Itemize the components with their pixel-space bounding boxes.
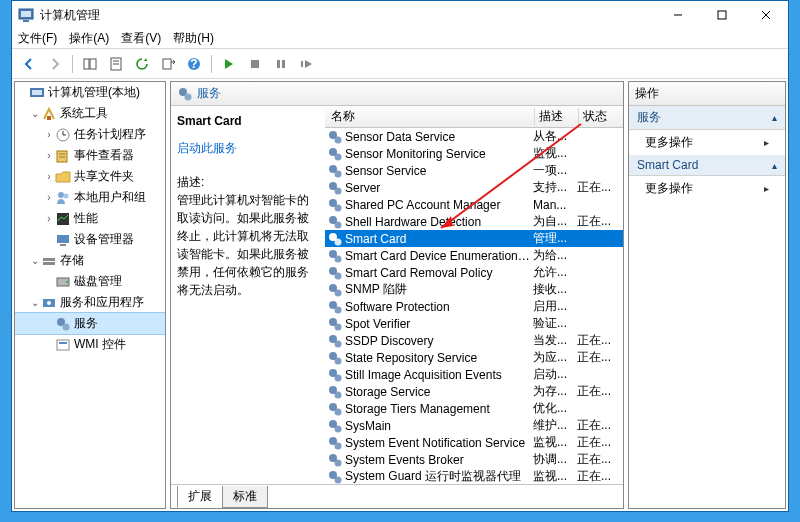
service-desc: 为存... [533, 383, 577, 400]
window-title: 计算机管理 [40, 7, 656, 24]
tree-disk-management[interactable]: 磁盘管理 [15, 271, 165, 292]
svg-rect-4 [718, 11, 726, 19]
middle-header: 服务 [171, 82, 623, 106]
service-desc: Man... [533, 198, 577, 212]
svg-point-56 [335, 221, 342, 228]
tree-pane[interactable]: 计算机管理(本地) ⌄系统工具 ›任务计划程序 ›事件查看器 ›共享文件夹 ›本… [14, 81, 166, 509]
action-more-2[interactable]: 更多操作 [629, 176, 785, 201]
menu-view[interactable]: 查看(V) [121, 30, 161, 47]
tree-local-users[interactable]: ›本地用户和组 [15, 187, 165, 208]
service-desc: 从各... [533, 128, 577, 145]
service-name: System Events Broker [345, 453, 533, 467]
service-desc: 优化... [533, 400, 577, 417]
service-name: Server [345, 181, 533, 195]
service-status: 正在... [577, 213, 613, 230]
menu-file[interactable]: 文件(F) [18, 30, 57, 47]
service-row[interactable]: SysMain维护...正在... [325, 417, 623, 434]
menu-action[interactable]: 操作(A) [69, 30, 109, 47]
service-row[interactable]: System Event Notification Service监视...正在… [325, 434, 623, 451]
svg-rect-18 [301, 61, 303, 67]
service-name: Sensor Data Service [345, 130, 533, 144]
service-desc: 为自... [533, 213, 577, 230]
service-name: Smart Card Device Enumeration Service [345, 249, 533, 263]
svg-point-64 [335, 289, 342, 296]
service-row[interactable]: System Guard 运行时监视器代理监视...正在... [325, 468, 623, 484]
svg-rect-1 [21, 11, 31, 17]
service-row[interactable]: Sensor Data Service从各... [325, 128, 623, 145]
svg-rect-7 [84, 59, 89, 69]
service-row[interactable]: Shared PC Account ManagerMan... [325, 196, 623, 213]
properties-button[interactable] [105, 53, 127, 75]
start-service-link[interactable]: 启动此服务 [177, 141, 237, 155]
action-header: 操作 [629, 82, 785, 106]
help-button[interactable]: ? [183, 53, 205, 75]
computer-management-window: 计算机管理 文件(F) 操作(A) 查看(V) 帮助(H) ? 计算机管理(本地… [11, 0, 789, 512]
service-name: Smart Card [345, 232, 533, 246]
service-row[interactable]: Software Protection启用... [325, 298, 623, 315]
tree-system-tools[interactable]: ⌄系统工具 [15, 103, 165, 124]
action-group-services[interactable]: 服务▴ [629, 106, 785, 130]
service-row[interactable]: Smart Card Device Enumeration Service为给.… [325, 247, 623, 264]
svg-point-36 [66, 281, 68, 283]
minimize-button[interactable] [656, 1, 700, 29]
col-header-name[interactable]: 名称 [325, 108, 535, 125]
svg-point-82 [335, 442, 342, 449]
service-row[interactable]: System Events Broker协调...正在... [325, 451, 623, 468]
tree-root[interactable]: 计算机管理(本地) [15, 82, 165, 103]
service-row[interactable]: Spot Verifier验证... [325, 315, 623, 332]
service-list: 名称 描述 状态 Sensor Data Service从各...Sensor … [325, 106, 623, 484]
service-row[interactable]: State Repository Service为应...正在... [325, 349, 623, 366]
svg-rect-8 [90, 59, 96, 69]
tab-extended[interactable]: 扩展 [177, 486, 223, 508]
tree-event-viewer[interactable]: ›事件查看器 [15, 145, 165, 166]
service-row[interactable]: SNMP 陷阱接收... [325, 281, 623, 298]
tree-services[interactable]: 服务 [15, 313, 165, 334]
stop-service-button[interactable] [244, 53, 266, 75]
svg-point-78 [335, 408, 342, 415]
pause-service-button[interactable] [270, 53, 292, 75]
svg-point-70 [335, 340, 342, 347]
action-group-smartcard[interactable]: Smart Card▴ [629, 155, 785, 176]
action-more-1[interactable]: 更多操作 [629, 130, 785, 155]
tree-performance[interactable]: ›性能 [15, 208, 165, 229]
service-detail: Smart Card 启动此服务 描述: 管理此计算机对智能卡的取读访问。如果此… [171, 106, 325, 484]
app-icon [18, 7, 34, 23]
svg-rect-16 [277, 60, 280, 68]
restart-service-button[interactable] [296, 53, 318, 75]
col-header-desc[interactable]: 描述 [535, 108, 579, 125]
tree-wmi[interactable]: WMI 控件 [15, 334, 165, 355]
service-row[interactable]: Sensor Monitoring Service监视... [325, 145, 623, 162]
forward-button[interactable] [44, 53, 66, 75]
desc-text: 管理此计算机对智能卡的取读访问。如果此服务被终止，此计算机将无法取读智能卡。如果… [177, 191, 319, 299]
service-row[interactable]: Smart Card管理... [325, 230, 623, 247]
refresh-button[interactable] [131, 53, 153, 75]
service-row[interactable]: Smart Card Removal Policy允许... [325, 264, 623, 281]
tree-services-apps[interactable]: ⌄服务和应用程序 [15, 292, 165, 313]
menu-help[interactable]: 帮助(H) [173, 30, 214, 47]
svg-point-76 [335, 391, 342, 398]
service-row[interactable]: Sensor Service一项... [325, 162, 623, 179]
svg-point-68 [335, 323, 342, 330]
tree-device-manager[interactable]: 设备管理器 [15, 229, 165, 250]
service-row[interactable]: Shell Hardware Detection为自...正在... [325, 213, 623, 230]
service-row[interactable]: Still Image Acquisition Events启动... [325, 366, 623, 383]
service-row[interactable]: Storage Tiers Management优化... [325, 400, 623, 417]
close-button[interactable] [744, 1, 788, 29]
tree-shared-folders[interactable]: ›共享文件夹 [15, 166, 165, 187]
svg-point-74 [335, 374, 342, 381]
service-row[interactable]: Storage Service为存...正在... [325, 383, 623, 400]
tree-task-scheduler[interactable]: ›任务计划程序 [15, 124, 165, 145]
col-header-status[interactable]: 状态 [579, 108, 619, 125]
maximize-button[interactable] [700, 1, 744, 29]
tree-storage[interactable]: ⌄存储 [15, 250, 165, 271]
service-desc: 启动... [533, 366, 577, 383]
service-row[interactable]: Server支持...正在... [325, 179, 623, 196]
service-name: Still Image Acquisition Events [345, 368, 533, 382]
service-name: Smart Card Removal Policy [345, 266, 533, 280]
tab-standard[interactable]: 标准 [222, 486, 268, 508]
back-button[interactable] [18, 53, 40, 75]
start-service-button[interactable] [218, 53, 240, 75]
service-row[interactable]: SSDP Discovery当发...正在... [325, 332, 623, 349]
show-hide-button[interactable] [79, 53, 101, 75]
export-button[interactable] [157, 53, 179, 75]
